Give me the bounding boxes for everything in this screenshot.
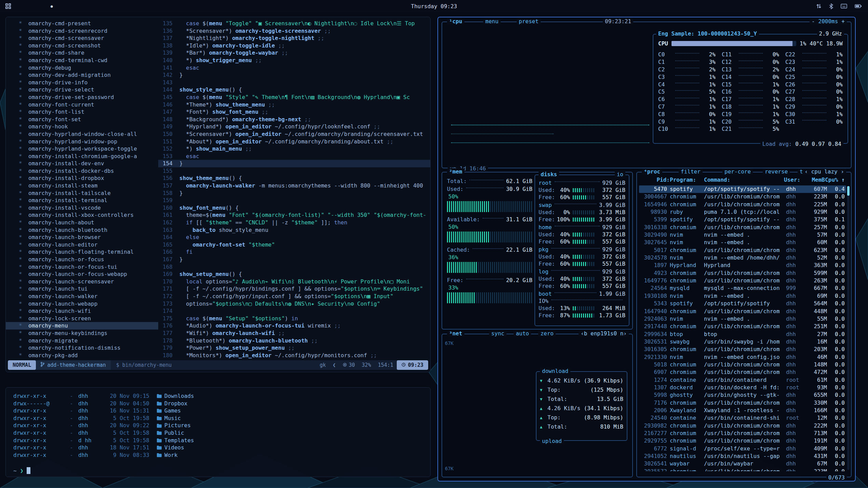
net-auto-toggle[interactable]: auto — [514, 330, 531, 337]
net-sync-toggle[interactable]: sync — [489, 330, 506, 337]
process-row[interactable]: 6907 chromium /usr/lib/chromium/chrom dh… — [639, 368, 846, 376]
code-line[interactable]: 161 theme=$(menu "Font" "$(omarchy-font-… — [158, 211, 430, 219]
file-item[interactable]: * omarchy-notification-dismiss — [6, 344, 158, 352]
net-zero-toggle[interactable]: zero — [538, 330, 556, 337]
file-item[interactable]: * omarchy-debug — [6, 64, 158, 72]
code-line[interactable]: 154 } — [158, 160, 430, 167]
code-line[interactable]: 175 case $(menu "Setup" "$options") in — [158, 315, 430, 322]
process-row[interactable]: 1274 containe /usr/bin/containerd root 6… — [639, 376, 846, 384]
process-scrollbar[interactable] — [847, 186, 850, 470]
code-line[interactable]: 168 — [158, 263, 430, 271]
code-line[interactable]: 137 *Nightlight*) omarchy-toggle-nightli… — [158, 34, 430, 42]
process-row[interactable]: 3026531 swaybg /usr/bin/swaybg -i /hom d… — [639, 338, 846, 346]
code-line[interactable]: 135 case $(menu "Toggle" "▣ Screensaver\… — [158, 20, 430, 27]
code-line[interactable]: 164 else — [158, 234, 430, 241]
file-item[interactable]: * omarchy-hyprland-workspace-toggle — [6, 145, 158, 153]
code-line[interactable]: 166 fi — [158, 248, 430, 256]
file-item[interactable]: * omarchy-launch-about — [6, 219, 158, 226]
terminal-window[interactable]: drwxr-xr-x - dhh 20 Nov 09:15 Downloads … — [5, 387, 431, 477]
file-item[interactable]: * omarchy-launch-floating-terminal — [6, 248, 158, 256]
process-row[interactable]: 24540 containe /usr/bin/containerd-shi r… — [639, 414, 846, 422]
file-item[interactable]: * omarchy-menu — [6, 322, 158, 330]
scrollbar-thumb[interactable] — [847, 186, 850, 196]
code-line[interactable]: 145 case $(menu "Style" "✎ Theme\n¶ Font… — [158, 94, 430, 101]
proc-per-core-toggle[interactable]: per-core — [722, 168, 753, 175]
file-item[interactable]: * omarchy-launch-browser — [6, 234, 158, 241]
code-line[interactable]: 150 *Screensaver*) open_in_editor ~/.con… — [158, 130, 430, 138]
code-line[interactable]: 149 *Hyprland*) open_in_editor ~/.config… — [158, 123, 430, 130]
file-item[interactable]: * omarchy-launch-wifi — [6, 307, 158, 315]
code-line[interactable]: 160 show_font_menu() { — [158, 204, 430, 212]
process-row[interactable]: 1307 dockerd /usr/bin/dockerd -H fd: roo… — [639, 384, 846, 391]
code-line[interactable]: 179 *Power*) show_setup_power_menu ;; — [158, 344, 430, 352]
code-line[interactable]: 146 *Theme*) show_theme_menu ;; — [158, 101, 430, 109]
program-header[interactable]: Program: — [670, 177, 704, 183]
file-item[interactable]: * omarchy-launch-bluetooth — [6, 226, 158, 234]
process-row[interactable]: 2006 Xwayland Xwayland :1 -rootless - dh… — [639, 407, 846, 414]
file-item[interactable]: * omarchy-launch-or-focus — [6, 256, 158, 263]
file-item[interactable]: * omarchy-drive-set-password — [6, 94, 158, 101]
code-line[interactable]: 144 show_style_menu() { — [158, 86, 430, 94]
process-row[interactable]: 4923 chromium /usr/lib/chromium/chrom dh… — [639, 269, 846, 277]
file-item[interactable]: * omarchy-hook — [6, 123, 158, 130]
file-item[interactable]: * omarchy-hyprland-window-close-all — [6, 130, 158, 138]
preset-button[interactable]: preset — [517, 18, 541, 25]
code-line[interactable]: 171 [ -f ~/.config/hypr/bindings.conf ] … — [158, 285, 430, 293]
file-item[interactable]: * omarchy-install-tailscale — [6, 190, 158, 197]
code-line[interactable]: 172 [ -f ~/.config/hypr/input.conf ] && … — [158, 293, 430, 300]
file-item[interactable]: * omarchy-cmd-screenrecord — [6, 27, 158, 35]
code-line[interactable]: 152 *) show_main_menu ;; — [158, 145, 430, 153]
code-editor[interactable]: 135 case $(menu "Toggle" "▣ Screensaver\… — [158, 20, 430, 360]
code-line[interactable]: 173 options="$options\n▢ Defaults\n◍ DNS… — [158, 300, 430, 308]
code-line[interactable]: 141 esac — [158, 64, 430, 72]
file-item[interactable]: * omarchy-font-set — [6, 116, 158, 123]
file-item[interactable]: * omarchy-install-dropbox — [6, 175, 158, 182]
process-row[interactable]: 5343 spotify /opt/spotify/spotify dhh 56… — [639, 300, 846, 307]
process-row[interactable]: 2167277 chromium /usr/lib/chromium/chrom… — [639, 430, 846, 437]
file-item[interactable]: * omarchy-launch-or-focus-webapp — [6, 270, 158, 278]
process-row[interactable]: 6772 signal-d /proc/self/exe --type=r dh… — [639, 445, 846, 452]
process-row[interactable]: 1930108 nvim nvim --embed . dhh 69M 0.0 — [639, 292, 846, 300]
process-row[interactable]: 24564 mysqld mysqld --max-connection 999… — [639, 284, 846, 292]
code-line[interactable]: 176 *Audio*) omarchy-launch-or-focus-tui… — [158, 322, 430, 330]
code-line[interactable]: 170 local options="♪ Audio\n⌁ Wifi\nᛒ Bl… — [158, 278, 430, 285]
code-line[interactable]: 143 — [158, 79, 430, 86]
code-line[interactable]: 178 *Bluetooth*) omarchy-launch-bluetoot… — [158, 337, 430, 345]
file-item[interactable]: * omarchy-launch-webapp — [6, 300, 158, 308]
file-item[interactable]: * omarchy-install-steam — [6, 182, 158, 190]
process-row[interactable]: 2929755 chromium /usr/lib/chromium/chrom… — [639, 437, 846, 445]
file-item[interactable]: * omarchy-cmd-screenshot — [6, 42, 158, 50]
file-item[interactable]: * omarchy-cmd-present — [6, 20, 158, 27]
code-line[interactable]: 174 — [158, 307, 430, 315]
command-header[interactable]: Command: — [704, 177, 784, 183]
process-row[interactable]: 1649776 chromium /usr/lib/chromium/chrom… — [639, 277, 846, 284]
code-line[interactable]: 163 back_to show_style_menu — [158, 226, 430, 234]
poll-decrease-button[interactable]: - — [812, 18, 815, 25]
user-header[interactable]: User: — [784, 177, 803, 183]
process-row[interactable]: 2917448 chromium /usr/lib/chromium/chrom… — [639, 323, 846, 330]
process-row[interactable]: 3024578 nvim nvim --embed /home/dhh/ dhh… — [639, 254, 846, 262]
shell-prompt[interactable]: ~ ❯ — [13, 467, 423, 474]
net-panel-title[interactable]: ³net — [447, 330, 464, 337]
cpu-panel-title[interactable]: ¹cpu — [447, 18, 464, 25]
code-line[interactable]: 162 if [[ "$theme" == "CNCLD" || -z "$th… — [158, 219, 430, 226]
code-line[interactable]: 165 omarchy-font-set "$theme" — [158, 241, 430, 249]
process-row[interactable]: 5998 ghostty /usr/bin/ghostty --gtk- dhh… — [639, 391, 846, 399]
process-row[interactable]: 7176 chromium /usr/lib/chromium/chrom dh… — [639, 399, 846, 407]
file-item[interactable]: * omarchy-menu-keybindings — [6, 330, 158, 337]
poll-increase-button[interactable]: + — [841, 18, 845, 25]
file-item[interactable]: * omarchy-launch-tui — [6, 285, 158, 293]
code-line[interactable]: 138 *Idle*) omarchy-toggle-idle ;; — [158, 42, 430, 50]
file-item[interactable]: * omarchy-drive-info — [6, 79, 158, 86]
file-item[interactable]: * omarchy-install-terminal — [6, 197, 158, 204]
code-line[interactable]: 148 *Background*) omarchy-theme-bg-next … — [158, 116, 430, 123]
code-line[interactable]: 159 — [158, 197, 430, 204]
file-item[interactable]: * omarchy-launch-editor — [6, 241, 158, 249]
process-row[interactable]: 3016338 chromium /usr/lib/chromium/chrom… — [639, 224, 846, 231]
process-row[interactable]: 2924063 nvim nvim --embed . dhh 55M 0.0 — [639, 315, 846, 323]
file-item[interactable]: * omarchy-install-chromium-google-a — [6, 153, 158, 160]
file-item[interactable]: * omarchy-drive-select — [6, 86, 158, 94]
clock[interactable]: Thursday 09:23 — [0, 3, 868, 10]
file-item[interactable]: * omarchy-install-xbox-controllers — [6, 211, 158, 219]
pid-header[interactable]: Pid: — [641, 177, 670, 183]
